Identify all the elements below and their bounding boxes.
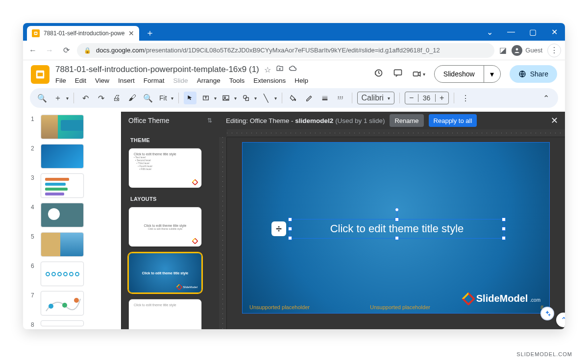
menu-help[interactable]: Help: [294, 77, 308, 84]
window-caret-icon[interactable]: ⌄: [479, 26, 500, 38]
menu-edit[interactable]: Edit: [75, 77, 86, 84]
address-url: docs.google.com/presentation/d/1D9CiL08o…: [96, 47, 440, 54]
theme-master-thumb[interactable]: Click to edit theme title style • Text l…: [128, 148, 202, 188]
filmstrip-slide[interactable]: 5: [31, 232, 116, 257]
font-select[interactable]: Calibri ▾: [357, 92, 394, 104]
comments-icon[interactable]: [392, 68, 403, 80]
placeholder-badge-icon[interactable]: [271, 221, 286, 236]
cloud-status-icon[interactable]: [289, 64, 297, 75]
menu-insert[interactable]: Insert: [118, 77, 135, 84]
undo-icon[interactable]: ↶: [79, 92, 92, 104]
explore-fab-icon[interactable]: [540, 307, 554, 320]
toolbar-overflow-icon[interactable]: ⋮: [459, 92, 472, 104]
window-close-icon[interactable]: ✕: [543, 26, 565, 38]
layout-thumb[interactable]: Click to edit theme title style: [128, 299, 202, 329]
slides-favicon: [32, 29, 40, 37]
search-menu-icon[interactable]: 🔍: [36, 92, 49, 104]
slide-logo: SlideModel.com: [464, 293, 540, 304]
star-icon[interactable]: ☆: [264, 65, 271, 74]
window-minimize-icon[interactable]: ―: [500, 26, 522, 38]
document-title[interactable]: 7881-01-self-introduction-powerpoint-tem…: [55, 65, 259, 74]
reapply-button[interactable]: Reapply to all: [429, 114, 477, 127]
filmstrip-slide[interactable]: 3: [31, 173, 116, 198]
share-button[interactable]: Share: [510, 65, 557, 83]
layout-thumb[interactable]: Click to edit theme title style Click to…: [128, 207, 202, 247]
ruler-vertical: [219, 137, 227, 329]
slideshow-button[interactable]: Slideshow: [435, 66, 484, 82]
slide-canvas[interactable]: Click to edit theme title style SlideMod…: [242, 142, 550, 314]
menu-slide[interactable]: Slide: [173, 77, 188, 84]
print-icon[interactable]: 🖨: [110, 92, 123, 104]
svg-rect-6: [394, 70, 401, 75]
window-controls: ⌄ ― ▢ ✕: [479, 23, 565, 38]
placeholder-text[interactable]: Click to edit theme title style: [290, 219, 504, 238]
present-fab-icon[interactable]: ⌃: [556, 313, 565, 327]
nav-back-icon[interactable]: ←: [27, 46, 39, 55]
menu-extensions[interactable]: Extensions: [253, 77, 286, 84]
theme-sort-icon[interactable]: ⇅: [207, 117, 212, 124]
browser-overflow-icon[interactable]: ⋮: [547, 44, 561, 57]
filmstrip-slide[interactable]: 2: [31, 144, 116, 169]
zoom-out-icon[interactable]: 🔍: [142, 92, 154, 104]
font-size-increase[interactable]: +: [436, 94, 448, 102]
line-tool-icon[interactable]: ╲: [260, 92, 272, 104]
title-placeholder[interactable]: Click to edit theme title style: [290, 219, 504, 239]
svg-point-15: [62, 303, 67, 308]
menu-file[interactable]: File: [55, 77, 66, 84]
filmstrip-slide[interactable]: 6: [31, 262, 116, 286]
rename-button[interactable]: Rename: [390, 114, 423, 127]
new-slide-button[interactable]: ＋: [51, 92, 64, 104]
address-bar[interactable]: 🔒 docs.google.com/presentation/d/1D9CiL0…: [77, 43, 494, 58]
history-icon[interactable]: [373, 68, 384, 80]
nav-forward-icon[interactable]: →: [44, 46, 55, 55]
browser-window: 7881-01-self-introduction-powe ✕ ＋ ⌄ ― ▢…: [23, 23, 565, 329]
move-icon[interactable]: [276, 65, 284, 74]
image-tool-icon[interactable]: [220, 92, 232, 104]
filmstrip-slide[interactable]: 8: [31, 320, 116, 328]
collapse-toolbar-icon[interactable]: ⌃: [539, 92, 552, 104]
unsupported-placeholder-label: Unsupported placeholder: [249, 304, 310, 310]
nav-reload-icon[interactable]: ⟳: [60, 46, 72, 55]
tab-close-icon[interactable]: ✕: [128, 29, 134, 37]
new-tab-button[interactable]: ＋: [143, 26, 157, 40]
filmstrip-slide[interactable]: 4: [31, 203, 116, 227]
window-maximize-icon[interactable]: ▢: [522, 26, 543, 38]
shape-tool-icon[interactable]: [240, 92, 252, 104]
present-video-button[interactable]: ▾: [412, 69, 425, 79]
menu-arrange[interactable]: Arrange: [197, 77, 220, 84]
svg-rect-1: [35, 33, 37, 34]
slideshow-split-button[interactable]: ▾: [484, 66, 500, 82]
paint-format-icon[interactable]: 🖌: [126, 92, 139, 104]
layout-thumb-selected[interactable]: Click to edit theme title style SlideMod…: [128, 253, 202, 293]
filmstrip-slide[interactable]: 1: [31, 115, 116, 139]
banner-close-icon[interactable]: ✕: [551, 115, 558, 126]
filmstrip-slide[interactable]: 7: [31, 291, 116, 315]
border-weight-icon[interactable]: [318, 92, 331, 104]
profile-chip[interactable]: Guest: [512, 45, 542, 56]
browser-tab[interactable]: 7881-01-self-introduction-powe ✕: [27, 26, 139, 41]
menu-format[interactable]: Format: [144, 77, 165, 84]
select-tool-icon[interactable]: [184, 92, 196, 104]
filmstrip[interactable]: 1 2 3 4 5 6 7: [23, 112, 121, 329]
menu-view[interactable]: View: [95, 77, 109, 84]
redo-icon[interactable]: ↷: [95, 92, 107, 104]
slides-app-icon[interactable]: [31, 65, 49, 84]
menu-tools[interactable]: Tools: [229, 77, 245, 84]
slide-stage[interactable]: Click to edit theme title style SlideMod…: [227, 137, 565, 329]
border-color-icon[interactable]: [303, 92, 316, 104]
rotate-handle[interactable]: [395, 208, 399, 212]
app-header: 7881-01-self-introduction-powerpoint-tem…: [23, 60, 565, 84]
slideshow-button-group: Slideshow ▾: [434, 65, 501, 83]
panel-icon[interactable]: ◪: [499, 46, 507, 55]
menubar: File Edit View Insert Format Slide Arran…: [55, 77, 367, 84]
canvas-area: Editing: Office Theme - slidemodel2 (Use…: [219, 112, 565, 329]
svg-point-11: [224, 97, 225, 98]
textbox-tool-icon[interactable]: [199, 92, 212, 104]
font-size-input[interactable]: 36: [418, 94, 436, 102]
border-dash-icon[interactable]: [334, 92, 347, 104]
font-size-decrease[interactable]: −: [405, 94, 418, 102]
profile-avatar-icon: [512, 45, 522, 56]
fill-color-icon[interactable]: [287, 92, 300, 104]
toolbar: 🔍 ＋▾ ↶ ↷ 🖨 🖌 🔍 Fit▾ ▾ ▾ ▾ ╲▾: [30, 88, 558, 108]
zoom-select[interactable]: Fit: [157, 94, 169, 102]
